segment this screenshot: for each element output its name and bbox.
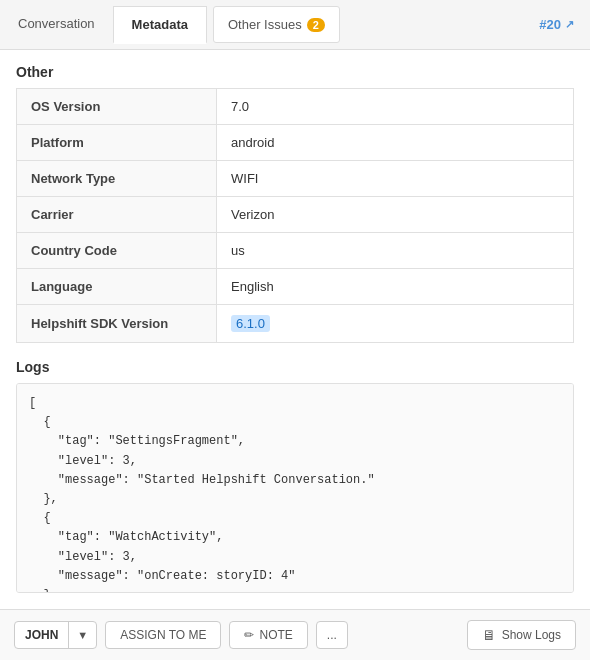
table-row: Country Codeus: [17, 233, 574, 269]
table-row: CarrierVerizon: [17, 197, 574, 233]
more-button[interactable]: ...: [316, 621, 348, 649]
issue-link[interactable]: #20 ↗: [539, 17, 590, 32]
logs-section-title: Logs: [0, 343, 590, 383]
issue-link-label: #20: [539, 17, 561, 32]
row-key: Helpshift SDK Version: [17, 305, 217, 343]
table-row: Network TypeWIFI: [17, 161, 574, 197]
table-row: Platformandroid: [17, 125, 574, 161]
table-row: OS Version7.0: [17, 89, 574, 125]
row-key: Carrier: [17, 197, 217, 233]
content-area: Other OS Version7.0PlatformandroidNetwor…: [0, 50, 590, 609]
row-value: 7.0: [217, 89, 574, 125]
tab-other-issues[interactable]: Other Issues 2: [213, 6, 340, 43]
row-key: Network Type: [17, 161, 217, 197]
row-key: Language: [17, 269, 217, 305]
dropdown-arrow-icon[interactable]: ▼: [69, 623, 96, 647]
tab-metadata[interactable]: Metadata: [113, 6, 207, 44]
note-label: NOTE: [259, 628, 292, 642]
table-row: LanguageEnglish: [17, 269, 574, 305]
sdk-version-value: 6.1.0: [231, 315, 270, 332]
row-key: Platform: [17, 125, 217, 161]
row-value: WIFI: [217, 161, 574, 197]
bottom-bar: JOHN ▼ ASSIGN TO ME ✏ NOTE ... 🖥 Show Lo…: [0, 609, 590, 660]
row-key: OS Version: [17, 89, 217, 125]
row-key: Country Code: [17, 233, 217, 269]
row-value: us: [217, 233, 574, 269]
other-issues-badge: 2: [307, 18, 325, 32]
assignee-name: JOHN: [15, 622, 69, 648]
tab-bar: Conversation Metadata Other Issues 2 #20…: [0, 0, 590, 50]
assign-to-me-label: ASSIGN TO ME: [120, 628, 206, 642]
row-value: android: [217, 125, 574, 161]
row-value: English: [217, 269, 574, 305]
assignee-dropdown[interactable]: JOHN ▼: [14, 621, 97, 649]
more-icon: ...: [327, 628, 337, 642]
other-section-title: Other: [0, 50, 590, 88]
show-logs-button[interactable]: 🖥 Show Logs: [467, 620, 576, 650]
logs-box[interactable]: [ { "tag": "SettingsFragment", "level": …: [16, 383, 574, 593]
tab-conversation[interactable]: Conversation: [0, 6, 113, 43]
monitor-icon: 🖥: [482, 627, 496, 643]
row-value: Verizon: [217, 197, 574, 233]
note-button[interactable]: ✏ NOTE: [229, 621, 307, 649]
show-logs-label: Show Logs: [502, 628, 561, 642]
assign-to-me-button[interactable]: ASSIGN TO ME: [105, 621, 221, 649]
row-value: 6.1.0: [217, 305, 574, 343]
table-row: Helpshift SDK Version6.1.0: [17, 305, 574, 343]
other-issues-label: Other Issues: [228, 17, 302, 32]
pencil-icon: ✏: [244, 628, 254, 642]
metadata-table: OS Version7.0PlatformandroidNetwork Type…: [16, 88, 574, 343]
external-link-icon: ↗: [565, 18, 574, 31]
